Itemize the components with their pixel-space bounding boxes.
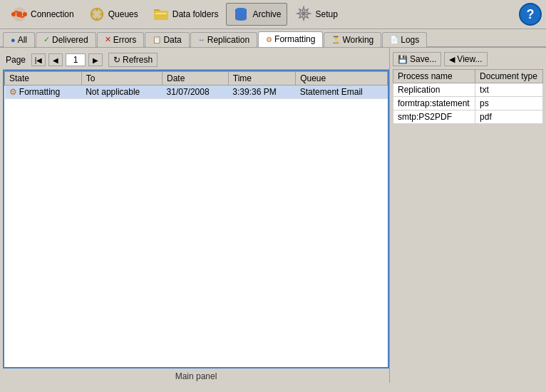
- tab-bar: ● All ✓ Delivered ✕ Errors 📋 Data ↔ Repl…: [0, 29, 546, 48]
- delivered-icon: ✓: [43, 35, 50, 44]
- datafolders-label: Data folders: [172, 9, 219, 19]
- errors-icon: ✕: [105, 35, 111, 44]
- cell-to: Not applicable: [81, 86, 162, 99]
- view-button[interactable]: ◀ View...: [444, 52, 487, 66]
- cell-time: 3:39:36 PM: [228, 86, 295, 99]
- toolbar: Connection Queues Data folders: [0, 0, 546, 29]
- right-cell-doctype: ps: [475, 97, 543, 110]
- tab-working-label: Working: [342, 35, 374, 45]
- left-panel: Page |◀ ◀ ▶ ↻ Refresh State To Date Time…: [0, 48, 389, 383]
- tab-replication-label: Replication: [207, 35, 249, 45]
- archive-button[interactable]: Archive: [226, 3, 287, 26]
- tab-data-label: Data: [163, 35, 181, 45]
- col-queue: Queue: [296, 72, 388, 86]
- tab-logs-label: Logs: [401, 35, 419, 45]
- replication-icon: ↔: [198, 36, 205, 43]
- help-label: ?: [527, 7, 535, 22]
- tab-replication[interactable]: ↔ Replication: [190, 32, 257, 47]
- data-icon: 📋: [153, 36, 161, 43]
- page-number-input[interactable]: [66, 53, 86, 66]
- save-icon: 💾: [398, 55, 408, 64]
- right-toolbar: 💾 Save... ◀ View...: [393, 51, 543, 69]
- svg-point-2: [11, 12, 16, 16]
- cell-date: 31/07/2008: [163, 86, 229, 99]
- setup-icon: [295, 6, 312, 23]
- queues-button[interactable]: Queues: [82, 3, 145, 26]
- tab-working[interactable]: ⏳ Working: [324, 32, 381, 47]
- tab-all-label: All: [18, 35, 27, 45]
- right-cell-doctype: pdf: [475, 110, 543, 124]
- table-row[interactable]: ⚙ Formatting Not applicable 31/07/2008 3…: [5, 86, 388, 99]
- tab-formatting-label: Formatting: [274, 34, 315, 44]
- datafolders-icon: [153, 6, 170, 23]
- tab-logs[interactable]: 📄 Logs: [382, 32, 427, 47]
- queues-label: Queues: [108, 9, 138, 19]
- main-table-wrapper: State To Date Time Queue ⚙ Formatting No…: [3, 70, 389, 368]
- right-cell-doctype: txt: [475, 83, 543, 97]
- tab-errors-label: Errors: [113, 35, 137, 45]
- working-icon: ⏳: [331, 36, 340, 43]
- help-button[interactable]: ?: [519, 3, 542, 26]
- connection-label: Connection: [31, 9, 74, 19]
- svg-point-11: [235, 14, 247, 18]
- col-date: Date: [163, 72, 229, 86]
- setup-button[interactable]: Setup: [289, 3, 344, 26]
- right-table: Process name Document type Replication t…: [393, 69, 543, 124]
- save-button[interactable]: 💾 Save...: [393, 52, 441, 66]
- main-table: State To Date Time Queue ⚙ Formatting No…: [4, 71, 388, 99]
- svg-point-1: [16, 11, 22, 17]
- page-label: Page: [6, 55, 26, 65]
- page-controls: Page |◀ ◀ ▶ ↻ Refresh: [3, 51, 389, 70]
- view-label: View...: [457, 54, 482, 64]
- connection-button[interactable]: Connection: [4, 3, 81, 26]
- svg-rect-7: [155, 13, 167, 14]
- right-table-row[interactable]: smtp:PS2PDF pdf: [393, 110, 543, 124]
- setup-label: Setup: [315, 9, 337, 19]
- right-table-row[interactable]: formtrap:statement ps: [393, 97, 543, 110]
- all-icon: ●: [11, 36, 16, 44]
- right-cell-process: Replication: [393, 83, 475, 97]
- right-col-process: Process name: [393, 70, 475, 83]
- right-col-doctype: Document type: [475, 70, 543, 83]
- svg-rect-6: [154, 11, 168, 20]
- prev-page-button[interactable]: ◀: [48, 53, 63, 66]
- view-icon: ◀: [449, 55, 455, 64]
- tab-all[interactable]: ● All: [3, 32, 35, 47]
- formatting-icon: ⚙: [266, 36, 272, 43]
- right-table-body: Replication txt formtrap:statement ps sm…: [393, 83, 543, 124]
- archive-icon: [232, 6, 249, 23]
- cell-state: ⚙ Formatting: [5, 86, 82, 99]
- datafolders-button[interactable]: Data folders: [146, 3, 225, 26]
- refresh-button[interactable]: ↻ Refresh: [108, 53, 158, 67]
- table-header-row: State To Date Time Queue: [5, 72, 388, 86]
- col-state: State: [5, 72, 82, 86]
- svg-point-12: [302, 11, 306, 16]
- tab-errors[interactable]: ✕ Errors: [97, 32, 145, 47]
- col-to: To: [81, 72, 162, 86]
- archive-label: Archive: [252, 9, 281, 19]
- right-cell-process: smtp:PS2PDF: [393, 110, 475, 124]
- right-table-header-row: Process name Document type: [393, 70, 543, 83]
- col-time: Time: [228, 72, 295, 86]
- cell-queue: Statement Email: [296, 86, 388, 99]
- right-panel: 💾 Save... ◀ View... Process name Documen…: [389, 48, 546, 383]
- tab-delivered[interactable]: ✓ Delivered: [36, 32, 96, 47]
- right-cell-process: formtrap:statement: [393, 97, 475, 110]
- tab-formatting[interactable]: ⚙ Formatting: [258, 31, 323, 47]
- queues-icon: [88, 6, 105, 23]
- main-content: Page |◀ ◀ ▶ ↻ Refresh State To Date Time…: [0, 48, 546, 383]
- first-page-button[interactable]: |◀: [31, 53, 46, 66]
- logs-icon: 📄: [390, 36, 398, 43]
- right-table-row[interactable]: Replication txt: [393, 83, 543, 97]
- save-label: Save...: [410, 54, 436, 64]
- tab-delivered-label: Delivered: [52, 35, 88, 45]
- connection-icon: [11, 6, 28, 23]
- refresh-icon: ↻: [113, 55, 120, 65]
- refresh-label: Refresh: [123, 55, 153, 65]
- svg-point-3: [23, 12, 27, 16]
- table-body: ⚙ Formatting Not applicable 31/07/2008 3…: [5, 86, 388, 99]
- tab-data[interactable]: 📋 Data: [145, 32, 189, 47]
- panel-label: Main panel: [3, 368, 389, 383]
- next-page-button[interactable]: ▶: [88, 53, 103, 66]
